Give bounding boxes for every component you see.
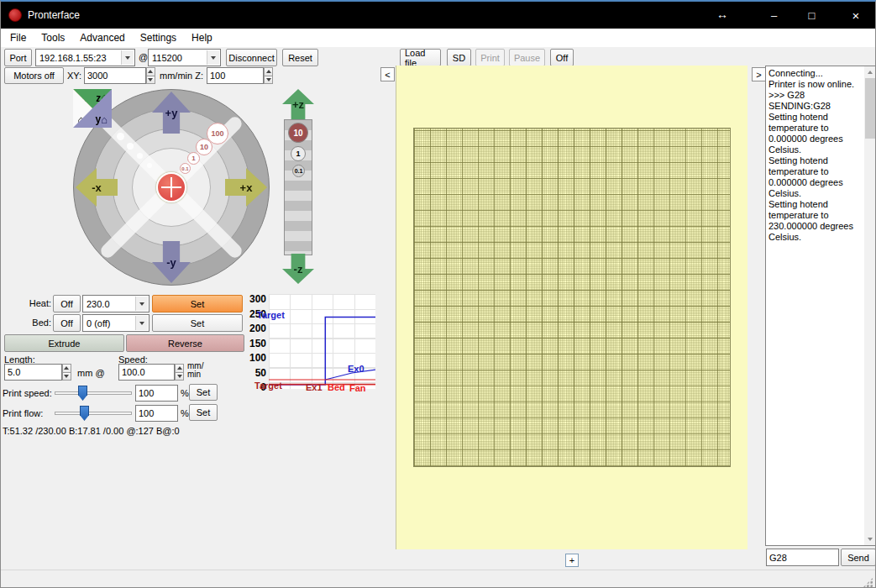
app-icon — [8, 8, 22, 22]
title-bar[interactable]: Pronterface ↔ – □ × — [1, 2, 875, 29]
motors-off-button[interactable]: Motors off — [4, 67, 64, 84]
print-speed-box[interactable] — [135, 385, 178, 402]
bed-temp-select[interactable]: 0 (off) — [82, 314, 149, 332]
command-box[interactable] — [766, 549, 839, 566]
scroll-up-icon[interactable] — [864, 66, 876, 78]
jog-dot — [117, 133, 124, 140]
scroll-down-icon[interactable] — [864, 533, 876, 545]
reverse-button[interactable]: Reverse — [126, 334, 244, 352]
z-step-01[interactable]: 0.1 — [292, 165, 305, 177]
log-scrollbar[interactable] — [864, 66, 876, 545]
z-jog-column: +z -z 10 1 0.1 — [281, 89, 316, 284]
print-flow-box[interactable] — [135, 405, 178, 422]
chevron-down-icon[interactable] — [135, 297, 148, 311]
heater-set-button[interactable]: Set — [152, 295, 243, 312]
spin-down-icon[interactable] — [175, 373, 184, 381]
z-plus-button[interactable]: +z — [282, 89, 314, 119]
jog-center-button[interactable] — [156, 172, 186, 202]
spin-up-icon[interactable] — [175, 364, 184, 373]
port-button[interactable]: Port — [4, 49, 32, 66]
print-flow-slider[interactable] — [55, 412, 132, 415]
extrude-button[interactable]: Extrude — [4, 334, 124, 352]
print-flow-label: Print flow: — [3, 408, 43, 418]
zoom-in-button[interactable]: + — [565, 554, 579, 567]
spin-down-icon[interactable] — [264, 76, 273, 85]
print-speed-slider[interactable] — [55, 391, 132, 395]
extrude-speed-input[interactable] — [118, 364, 175, 381]
menu-settings[interactable]: Settings — [133, 29, 184, 46]
z-feedrate-input[interactable] — [207, 67, 264, 84]
bed-off-button[interactable]: Off — [53, 314, 81, 332]
length-spinner[interactable] — [4, 364, 71, 381]
graph-plot-area — [269, 294, 375, 389]
z-step-1[interactable]: 1 — [291, 146, 306, 161]
graph-label-target: Target — [257, 311, 285, 320]
jog-pad: +y -y -x +x ⌂ x z ⌂ ⌂ y ⌂ 100 10 1 0.1 — [73, 89, 270, 286]
extrude-speed-spinner[interactable] — [118, 364, 184, 381]
bed-grid[interactable] — [413, 128, 731, 467]
bed-label: Bed: — [22, 318, 51, 328]
chevron-down-icon[interactable] — [135, 316, 148, 330]
graph-label-ex1: Ex1 — [306, 383, 323, 392]
temperature-graph[interactable]: 300250200150100500 TargetEx0TargetEx1Bed… — [249, 294, 376, 393]
reset-button[interactable]: Reset — [282, 49, 318, 66]
print-flow-slider-thumb[interactable] — [80, 406, 89, 421]
collapse-left-panel-button[interactable]: < — [380, 67, 395, 81]
bed-viewer-canvas[interactable] — [396, 66, 747, 549]
baud-select[interactable]: 115200 — [148, 49, 221, 66]
chevron-down-icon[interactable] — [207, 50, 219, 65]
spin-up-icon[interactable] — [146, 67, 155, 76]
command-input[interactable] — [766, 549, 839, 566]
heater-off-button[interactable]: Off — [53, 295, 81, 312]
z-feedrate-spinner[interactable] — [207, 67, 273, 84]
spin-down-icon[interactable] — [62, 373, 71, 381]
menu-help[interactable]: Help — [184, 29, 220, 46]
print-speed-set-button[interactable]: Set — [189, 384, 218, 401]
speed-unit-label: mm/ min — [187, 362, 203, 379]
spin-up-icon[interactable] — [62, 364, 71, 373]
print-speed-input[interactable] — [135, 385, 178, 402]
scroll-thumb[interactable] — [865, 78, 875, 139]
sd-button[interactable]: SD — [447, 49, 471, 66]
z-minus-button[interactable]: -z — [282, 254, 314, 284]
disconnect-button[interactable]: Disconnect — [226, 49, 277, 66]
collapse-right-panel-button[interactable]: > — [752, 67, 766, 81]
percent-label: % — [181, 388, 189, 398]
menu-advanced[interactable]: Advanced — [72, 29, 132, 46]
log-line: Setting hotend temperature to 230.000000… — [768, 199, 862, 243]
log-lines: Connecting...Printer is now online.>>> G… — [767, 67, 863, 544]
chevron-down-icon[interactable] — [121, 50, 134, 65]
minimize-button[interactable]: – — [755, 2, 793, 29]
jog-step-01[interactable]: 0.1 — [180, 163, 191, 174]
spin-up-icon[interactable] — [264, 67, 273, 76]
graph-lines — [269, 294, 375, 389]
maximize-button[interactable]: □ — [793, 2, 831, 29]
at-label: @ — [139, 52, 148, 62]
print-flow-set-button[interactable]: Set — [189, 404, 218, 421]
jog-step-10[interactable]: 10 — [196, 139, 212, 155]
load-file-button[interactable]: Load file — [400, 49, 441, 66]
heaters-off-button[interactable]: Off — [550, 49, 574, 66]
graph-ytick: 150 — [249, 339, 266, 349]
resize-grip[interactable] — [863, 577, 873, 588]
send-button[interactable]: Send — [841, 549, 876, 566]
print-flow-input[interactable] — [135, 405, 178, 422]
mm-at-label: mm @ — [77, 368, 105, 378]
bed-set-button[interactable]: Set — [152, 314, 243, 332]
xy-feedrate-input[interactable] — [84, 67, 146, 84]
z-feedrate-label: mm/min Z: — [160, 71, 203, 81]
heater-temp-value: 230.0 — [87, 299, 110, 309]
heater-temp-select[interactable]: 230.0 — [82, 295, 149, 312]
menu-tools[interactable]: Tools — [34, 29, 72, 46]
jog-step-1[interactable]: 1 — [187, 152, 200, 165]
port-select[interactable]: 192.168.1.55:23 — [35, 49, 135, 66]
print-speed-slider-thumb[interactable] — [78, 386, 87, 401]
log-line: >>> G28 — [768, 90, 862, 101]
xy-feedrate-spinner[interactable] — [84, 67, 155, 84]
menu-file[interactable]: File — [3, 29, 34, 46]
z-step-10[interactable]: 10 — [288, 123, 308, 143]
length-input[interactable] — [4, 364, 62, 381]
print-speed-label: Print speed: — [3, 388, 52, 398]
close-button[interactable]: × — [835, 2, 876, 29]
spin-down-icon[interactable] — [146, 76, 155, 85]
